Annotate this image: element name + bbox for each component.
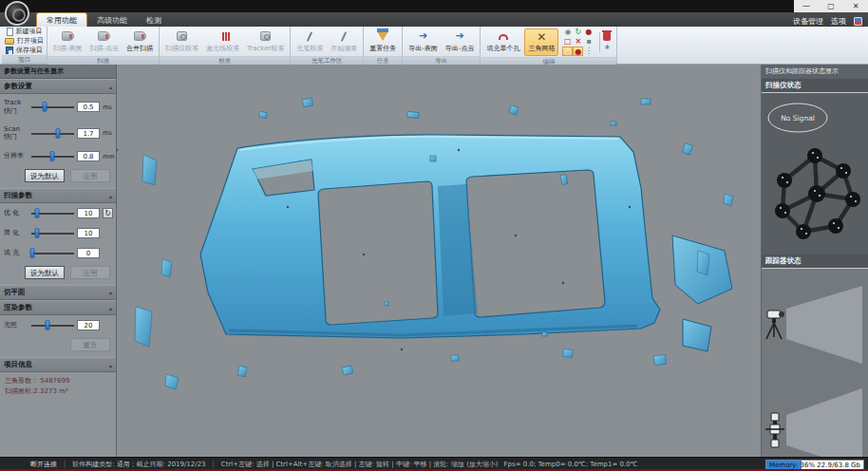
tracker-camera-icon [764,309,786,341]
scan-surface-icon [62,31,74,41]
export-pointcloud-button[interactable]: ➔ 导出-点云 [443,28,478,55]
triangle-mesh-icon: ✕ [537,31,546,43]
save-project-button[interactable]: 保存项目 [6,47,43,55]
simplify-value[interactable]: 10 [77,228,100,238]
resolution-slider[interactable] [31,151,74,161]
options-menu[interactable]: 选项 [831,16,846,27]
ribbon-group-export: ➔ 导出-表面 ➔ 导出-点云 导出 [403,27,481,64]
scan-pointcloud-icon [98,31,110,41]
section-header-scan-parameters[interactable]: 扫描参数▴ [0,188,116,203]
close-button[interactable]: ✕ [846,2,865,10]
mouse-hints: Ctrl+左键: 选择 | Ctrl+Alt+左键: 取消选择 | 左键: 旋转… [221,460,499,469]
scan-pointcloud-button[interactable]: 扫描-点云 [87,28,123,55]
track-shutter-value[interactable]: 0.5 [77,102,100,112]
tab-inspection[interactable]: 检测 [137,13,171,27]
triangle-mesh-button[interactable]: ✕ 三角网格 [524,28,558,56]
refresh-selection-icon[interactable]: ↻ [573,28,583,37]
no-signal-label: No Signal [781,114,815,122]
pen-calibration-icon [307,31,312,42]
section-header-project-info[interactable]: 项目信息▴ [0,357,116,372]
apply-button-1[interactable]: 应用 [70,169,110,182]
apply-button-2[interactable]: 应用 [70,266,110,279]
scanner-status-view: No Signal [762,93,868,254]
help-icon[interactable] [854,17,862,26]
fill-slider[interactable] [31,248,74,258]
laser-lines-icon [222,32,224,41]
ribbon-group-task: 重置任务 任务 [364,27,403,64]
visibility-icon[interactable]: ◉ [562,28,573,37]
ribbon-group-penworkspace: 光笔校准 开始测量 光笔工作区 [291,27,364,64]
fill-hole-icon [499,34,508,40]
fill-single-hole-button[interactable]: 填充单个孔 [483,28,522,56]
group-label-export: 导出 [403,56,480,65]
tab-advanced-functions[interactable]: 高级功能 [87,13,137,27]
set-default-button-2[interactable]: 设为默认 [25,266,65,279]
camera-fov-shape [786,284,864,366]
optimize-value[interactable]: 10 [77,208,100,218]
group-label-task: 任务 [364,56,402,65]
export-pointcloud-icon: ➔ [456,31,464,41]
right-panel-header: 扫描仪和跟踪器状态显示 [762,65,868,79]
fill-label: 填 充 [4,249,28,257]
resolution-value[interactable]: 0.8 [77,151,100,161]
resolution-label: 分辨率 [4,152,28,160]
start-measure-button[interactable]: 开始测量 [328,28,360,55]
scan-shutter-unit: ms [103,129,113,137]
fill-row: 填 充 0 [0,243,116,263]
scan-surface-button[interactable]: 扫描-表面 [50,28,85,55]
brush-select-icon[interactable]: ▪ [583,37,594,47]
pen-calibration-button[interactable]: 光笔校准 [293,28,326,55]
list-options-icon[interactable]: ⋮ [583,47,594,56]
open-project-button[interactable]: 打开项目 [5,37,44,46]
maximize-button[interactable]: ▢ [821,2,840,10]
reset-render-button[interactable]: 重置 [70,338,110,351]
lighting-value[interactable]: 20 [77,320,100,330]
resolution-row: 分辨率 0.8 mm [0,146,116,166]
filter-icon[interactable]: ∗ [603,43,611,52]
3d-viewport[interactable] [117,65,761,457]
section-header-clip-plane[interactable]: 切平面▾ [0,285,116,300]
new-project-button[interactable]: 新建项目 [7,28,43,36]
lighting-slider[interactable] [31,320,74,330]
group-label-scan: 扫描 [47,56,159,65]
rectangle-select-icon[interactable]: □ [562,37,573,47]
scan-area: 扫描面积:2.3273 m² [5,386,111,397]
scan-shutter-label: Scan 快门 [4,125,28,142]
export-surface-button[interactable]: ➔ 导出-表面 [406,28,441,55]
simplify-row: 简 化 10 [0,223,116,243]
scanner-calibration-button[interactable]: 扫描仪校准 [162,28,201,55]
minimize-button[interactable]: — [797,2,816,10]
laser-calibration-button[interactable]: 激光线校准 [203,28,242,55]
section-header-parameter-settings[interactable]: 参数设置▴ [0,79,116,94]
performance-readout: Fps= 0.0; Temp0= 0.0℃; Temp1= 0.0℃ [504,461,638,468]
scan-shutter-value[interactable]: 1.7 [77,128,100,139]
section-header-render-parameters[interactable]: 渲染参数▴ [0,300,116,315]
track-shutter-slider[interactable] [31,102,74,112]
tab-common-functions[interactable]: 常用功能 [36,12,87,27]
resolution-unit: mm [103,153,113,160]
app-logo-icon[interactable] [5,1,29,26]
export-surface-icon: ➔ [419,31,427,41]
delete-mesh-icon[interactable] [603,32,611,41]
optimize-refresh-icon[interactable]: ↻ [103,208,113,218]
open-project-icon [5,38,14,45]
set-default-button-1[interactable]: 设为默认 [25,169,65,182]
device-management-menu[interactable]: 设备管理 [793,16,823,27]
ellipse-select-icon[interactable]: ○ [562,47,573,56]
reset-task-button[interactable]: 重置任务 [367,28,399,55]
tracker-status-header: 跟踪器状态 [762,254,868,269]
merge-scan-button[interactable]: 合并扫描 [123,28,156,55]
fill-value[interactable]: 0 [77,248,100,258]
tracker-calibration-button[interactable]: Tracker校准 [244,28,287,55]
edit-tools-grid: ◉ ↻ ● □ × ▪ ○ ● ⋮ [560,28,595,56]
point-select-icon[interactable]: ● [573,47,583,56]
simplify-slider[interactable] [31,228,74,238]
optimize-slider[interactable] [31,208,74,218]
scan-shutter-slider[interactable] [31,128,74,139]
lighting-label: 光照 [4,321,28,330]
tracker-calibration-icon [260,31,271,41]
handheld-scanner-icon [764,411,786,449]
record-icon[interactable]: ● [583,28,594,37]
delete-selection-icon[interactable]: × [573,37,583,47]
tracker-status-view [762,269,868,457]
